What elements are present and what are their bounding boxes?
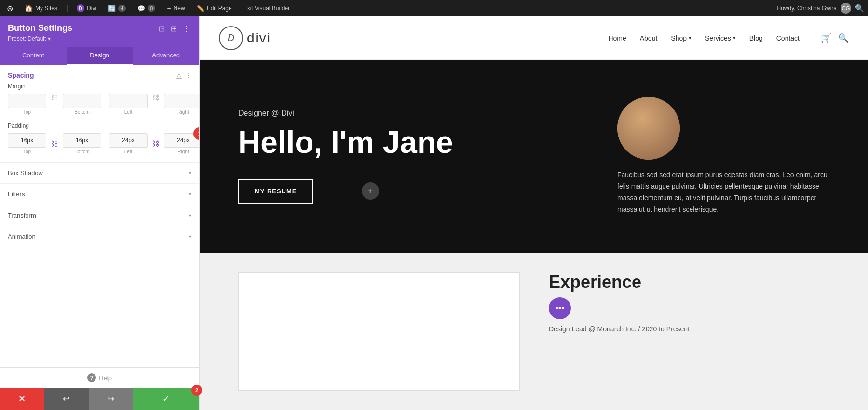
search-nav-icon[interactable]: 🔍 bbox=[838, 33, 849, 43]
padding-top-label: Top bbox=[23, 149, 31, 154]
animation-title: Animation bbox=[8, 233, 36, 240]
help-label: Help bbox=[99, 374, 112, 382]
light-section: Experience ••• Design Lead @ Monarch Inc… bbox=[200, 253, 868, 410]
spacing-more-btn[interactable]: ⋮ bbox=[185, 71, 191, 79]
spacing-collapse-btn[interactable]: △ bbox=[176, 71, 182, 79]
spacing-actions: △ ⋮ bbox=[176, 71, 191, 79]
nav-shop[interactable]: Shop bbox=[671, 34, 692, 42]
help-button[interactable]: ? Help bbox=[87, 373, 112, 382]
cancel-icon: ✕ bbox=[18, 394, 26, 404]
spacing-section-header: Spacing △ ⋮ bbox=[0, 65, 199, 83]
wordpress-icon-btn[interactable]: ⊛ bbox=[4, 3, 16, 14]
margin-right-label: Right bbox=[177, 109, 189, 115]
padding-top-group: Top bbox=[8, 133, 46, 154]
nav-blog[interactable]: Blog bbox=[749, 34, 763, 42]
padding-label: Padding bbox=[8, 123, 191, 129]
box-shadow-header[interactable]: Box Shadow ▾ bbox=[0, 163, 199, 183]
cart-icon[interactable]: 🛒 bbox=[821, 33, 831, 43]
filters-title: Filters bbox=[8, 191, 25, 198]
transform-chevron: ▾ bbox=[189, 212, 191, 219]
margin-bottom-input-group: Bottom bbox=[63, 94, 101, 115]
add-module-btn[interactable]: + bbox=[362, 182, 379, 200]
transform-section: Transform ▾ bbox=[0, 205, 199, 226]
margin-left-input[interactable] bbox=[109, 94, 148, 108]
nav-services[interactable]: Services bbox=[705, 34, 736, 42]
light-left-box bbox=[238, 272, 520, 391]
nav-home[interactable]: Home bbox=[608, 34, 626, 42]
margin-link-2-group: ⛓ bbox=[151, 94, 160, 101]
hero-title: Hello, I'm Jane bbox=[238, 125, 617, 159]
padding-left-input[interactable] bbox=[109, 133, 148, 148]
panel-header: Button Settings Preset: Default ▾ ⊡ ⊞ ⋮ bbox=[0, 16, 199, 47]
tab-advanced[interactable]: Advanced bbox=[133, 47, 199, 65]
hero-section: Designer @ Divi Hello, I'm Jane MY RESUM… bbox=[200, 60, 868, 253]
edit-page-btn[interactable]: ✏️ Edit Page bbox=[194, 4, 235, 13]
margin-top-input[interactable] bbox=[8, 94, 46, 108]
nav-about[interactable]: About bbox=[640, 34, 658, 42]
search-icon[interactable]: 🔍 bbox=[855, 4, 864, 13]
experience-sub: Design Lead @ Monarch Inc. / 2020 to Pre… bbox=[549, 325, 829, 333]
right-content: D divi Home About Shop Services Blog Con… bbox=[200, 16, 868, 410]
floating-dots-btn[interactable]: ••• bbox=[549, 297, 571, 319]
hero-right: Faucibus sed sed erat ipsum purus egesta… bbox=[617, 97, 829, 215]
undo-button[interactable]: ↩ bbox=[44, 388, 89, 410]
margin-group: Margin Top ⛓ Bottom bbox=[0, 83, 199, 123]
nav-contact[interactable]: Contact bbox=[776, 34, 800, 42]
user-avatar[interactable]: CG bbox=[841, 3, 851, 14]
avatar bbox=[617, 97, 680, 160]
left-panel: Button Settings Preset: Default ▾ ⊡ ⊞ ⋮ … bbox=[0, 16, 200, 410]
panel-header-actions: ⊡ ⊞ ⋮ bbox=[158, 23, 191, 34]
exit-builder-btn[interactable]: Exit Visual Builder bbox=[241, 4, 293, 13]
margin-link-icon-1[interactable]: ⛓ bbox=[50, 94, 59, 101]
padding-link-icon-1[interactable]: ⛓ bbox=[50, 140, 59, 148]
margin-right-input[interactable] bbox=[164, 94, 199, 108]
redo-button[interactable]: ↪ bbox=[89, 388, 133, 410]
transform-header[interactable]: Transform ▾ bbox=[0, 205, 199, 226]
cancel-button[interactable]: ✕ bbox=[0, 388, 44, 410]
padding-bottom-label: Bottom bbox=[74, 149, 90, 154]
filters-header[interactable]: Filters ▾ bbox=[0, 184, 199, 205]
panel-resize-icon[interactable]: ⊡ bbox=[158, 23, 166, 34]
padding-top-input[interactable] bbox=[8, 133, 46, 148]
margin-bottom-input[interactable] bbox=[63, 94, 101, 108]
panel-columns-icon[interactable]: ⊞ bbox=[170, 23, 178, 34]
tab-design[interactable]: Design bbox=[67, 47, 133, 65]
save-icon: ✓ bbox=[163, 394, 170, 404]
nav-icons: 🛒 🔍 bbox=[821, 33, 849, 43]
site-logo: D divi bbox=[219, 26, 271, 50]
updates-btn[interactable]: 🔄 4 bbox=[105, 4, 129, 13]
my-sites-btn[interactable]: 🏠 My Sites bbox=[22, 3, 60, 13]
logo-text: divi bbox=[247, 30, 271, 46]
padding-bottom-input[interactable] bbox=[63, 133, 101, 148]
save-badge: 2 bbox=[191, 385, 202, 396]
margin-right-group: Right bbox=[164, 94, 199, 115]
admin-bar-right: Howdy, Christina Gwira CG 🔍 bbox=[777, 3, 864, 14]
experience-heading: Experience bbox=[549, 272, 829, 292]
help-icon: ? bbox=[87, 373, 96, 382]
avatar-image bbox=[617, 97, 680, 160]
action-bar: ✕ ↩ ↪ ✓ 2 bbox=[0, 388, 199, 410]
logo-d-circle: D bbox=[219, 26, 243, 50]
margin-link-icon-2[interactable]: ⛓ bbox=[151, 94, 160, 101]
new-btn[interactable]: + New bbox=[164, 3, 188, 13]
panel-more-icon[interactable]: ⋮ bbox=[182, 23, 191, 34]
hero-description: Faucibus sed sed erat ipsum purus egesta… bbox=[617, 169, 829, 215]
padding-link-icon-2[interactable]: ⛓ bbox=[151, 140, 160, 148]
save-button[interactable]: ✓ 2 bbox=[133, 388, 199, 410]
resume-button[interactable]: MY RESUME bbox=[238, 179, 313, 204]
user-greeting: Howdy, Christina Gwira bbox=[777, 5, 837, 12]
divi-btn[interactable]: D Divi bbox=[74, 3, 99, 13]
padding-right-label: Right bbox=[177, 149, 189, 154]
comments-btn[interactable]: 💬 0 bbox=[135, 4, 158, 13]
panel-footer: ? Help bbox=[0, 367, 199, 388]
filters-chevron: ▾ bbox=[189, 191, 191, 198]
light-right-content: Experience ••• Design Lead @ Monarch Inc… bbox=[549, 272, 829, 391]
filters-section: Filters ▾ bbox=[0, 183, 199, 205]
site-nav: Home About Shop Services Blog Contact 🛒 … bbox=[608, 33, 849, 43]
redo-icon: ↪ bbox=[107, 394, 114, 404]
animation-header[interactable]: Animation ▾ bbox=[0, 226, 199, 247]
main-layout: Button Settings Preset: Default ▾ ⊡ ⊞ ⋮ … bbox=[0, 16, 868, 410]
tab-content[interactable]: Content bbox=[0, 47, 67, 65]
panel-preset[interactable]: Preset: Default ▾ bbox=[8, 35, 72, 42]
transform-title: Transform bbox=[8, 212, 36, 219]
